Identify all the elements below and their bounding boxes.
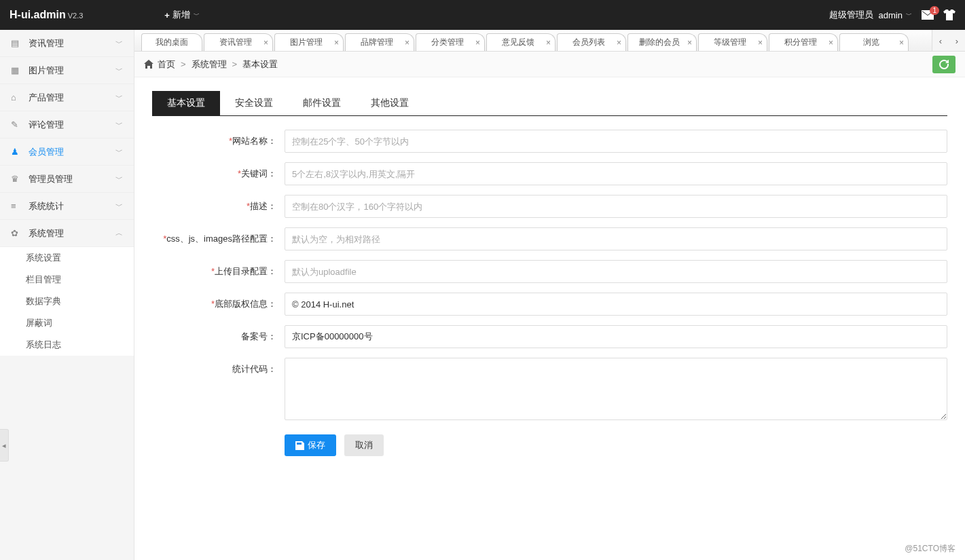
page-tab[interactable]: 我的桌面 — [141, 33, 202, 51]
input-path[interactable] — [285, 227, 947, 250]
tab-other-settings[interactable]: 其他设置 — [356, 91, 424, 115]
close-icon[interactable]: × — [334, 39, 339, 47]
chevron-down-icon: ﹀ — [115, 119, 123, 130]
close-icon[interactable]: × — [263, 39, 268, 47]
new-dropdown[interactable]: + 新增 ﹀ — [164, 9, 200, 21]
sidebar-subitem[interactable]: 系统设置 — [0, 247, 134, 269]
logo: H-ui.adminV2.3 — [10, 9, 83, 21]
sidebar-item-label: 产品管理 — [29, 92, 64, 104]
tab-label: 图片管理 — [290, 37, 323, 48]
page-tab[interactable]: 品牌管理× — [345, 33, 414, 51]
chevron-down-icon: ﹀ — [115, 92, 123, 102]
close-icon[interactable]: × — [546, 39, 551, 47]
label-description: *描述： — [152, 195, 285, 212]
page-tab[interactable]: 积分管理× — [769, 33, 838, 51]
page-tab[interactable]: 图片管理× — [274, 33, 344, 51]
sidebar-item-label: 评论管理 — [29, 119, 64, 131]
sidebar-item-image[interactable]: ▦图片管理﹀ — [0, 57, 134, 84]
stats-icon: ≡ — [11, 201, 22, 211]
chevron-down-icon: ﹀ — [194, 11, 200, 20]
sidebar-subitem[interactable]: 栏目管理 — [0, 269, 134, 291]
close-icon[interactable]: × — [617, 39, 621, 47]
input-icp[interactable] — [285, 325, 947, 348]
chevron-down-icon: ﹀ — [115, 65, 123, 75]
tab-security-settings[interactable]: 安全设置 — [220, 91, 288, 115]
input-description[interactable] — [285, 195, 947, 218]
tab-label: 会员列表 — [572, 37, 605, 48]
breadcrumb-l1[interactable]: 系统管理 — [192, 58, 227, 71]
sidebar-item-system[interactable]: ✿系统管理︿ — [0, 220, 134, 247]
sidebar-item-member[interactable]: ♟会员管理﹀ — [0, 138, 134, 166]
close-icon[interactable]: × — [829, 39, 833, 47]
close-icon[interactable]: × — [475, 39, 480, 47]
sidebar-item-label: 系统管理 — [29, 227, 64, 240]
image-icon: ▦ — [11, 65, 22, 75]
main-area: 我的桌面资讯管理×图片管理×品牌管理×分类管理×意见反馈×会员列表×删除的会员×… — [134, 30, 965, 560]
tab-label: 品牌管理 — [361, 37, 393, 48]
close-icon[interactable]: × — [405, 39, 409, 47]
home-icon — [144, 60, 153, 69]
sidebar-item-admin[interactable]: ♛管理员管理﹀ — [0, 166, 134, 193]
tab-label: 积分管理 — [784, 37, 817, 48]
tab-scroll-left[interactable]: ‹ — [932, 36, 949, 46]
sidebar-item-label: 管理员管理 — [29, 173, 73, 185]
skin-button[interactable] — [943, 10, 955, 20]
input-keywords[interactable] — [285, 162, 947, 185]
page-tab[interactable]: 浏览× — [839, 33, 909, 51]
sidebar-item-news[interactable]: ▤资讯管理﹀ — [0, 30, 134, 57]
tab-bar: 我的桌面资讯管理×图片管理×品牌管理×分类管理×意见反馈×会员列表×删除的会员×… — [134, 30, 965, 52]
admin-icon: ♛ — [11, 174, 22, 184]
sidebar-subitem[interactable]: 系统日志 — [0, 334, 134, 356]
chevron-up-icon: ︿ — [115, 228, 123, 238]
tab-label: 意见反馈 — [502, 37, 534, 48]
page-tab[interactable]: 等级管理× — [698, 33, 767, 51]
close-icon[interactable]: × — [687, 39, 692, 47]
page-tab[interactable]: 意见反馈× — [486, 33, 556, 51]
page-tab[interactable]: 会员列表× — [557, 33, 626, 51]
tab-label: 资讯管理 — [219, 37, 252, 48]
tab-basic-settings[interactable]: 基本设置 — [152, 91, 220, 115]
sidebar-item-label: 系统统计 — [29, 200, 64, 212]
page-tab[interactable]: 删除的会员× — [627, 33, 697, 51]
refresh-button[interactable] — [932, 56, 955, 73]
breadcrumb-l2: 基本设置 — [242, 58, 278, 71]
cancel-button[interactable]: 取消 — [344, 434, 384, 456]
sidebar-item-stats[interactable]: ≡系统统计﹀ — [0, 193, 134, 220]
sidebar-item-product[interactable]: ⌂产品管理﹀ — [0, 84, 134, 111]
label-upload: *上传目录配置： — [152, 260, 285, 278]
tab-label: 我的桌面 — [156, 37, 188, 48]
sidebar-subitem[interactable]: 屏蔽词 — [0, 312, 134, 334]
tab-scroll-right[interactable]: › — [949, 36, 965, 46]
comment-icon: ✎ — [11, 119, 22, 130]
input-upload[interactable] — [285, 260, 947, 283]
input-site-name[interactable] — [285, 130, 947, 153]
sidebar-subitem[interactable]: 数据字典 — [0, 291, 134, 312]
close-icon[interactable]: × — [899, 39, 904, 47]
save-button[interactable]: 保存 — [285, 434, 336, 456]
tab-mail-settings[interactable]: 邮件设置 — [288, 91, 356, 115]
member-icon: ♟ — [11, 147, 22, 157]
chevron-down-icon: ﹀ — [115, 174, 123, 184]
chevron-down-icon: ﹀ — [906, 11, 912, 20]
mail-button[interactable]: 1 — [922, 10, 934, 20]
close-icon[interactable]: × — [758, 39, 763, 47]
label-stats-code: 统计代码： — [152, 358, 285, 375]
textarea-stats-code[interactable] — [285, 358, 947, 420]
news-icon: ▤ — [11, 38, 22, 48]
input-copyright[interactable] — [285, 293, 947, 316]
user-dropdown[interactable]: 超级管理员 admin ﹀ — [829, 9, 912, 21]
refresh-icon — [939, 60, 949, 69]
sidebar-item-comment[interactable]: ✎评论管理﹀ — [0, 111, 134, 138]
content: 基本设置 安全设置 邮件设置 其他设置 *网站名称： *关键词： *描述： *c… — [134, 77, 965, 560]
breadcrumb-home[interactable]: 首页 — [158, 58, 175, 71]
sidebar: ▤资讯管理﹀▦图片管理﹀⌂产品管理﹀✎评论管理﹀♟会员管理﹀♛管理员管理﹀≡系统… — [0, 30, 134, 560]
tab-label: 分类管理 — [431, 37, 464, 48]
sidebar-collapse-handle[interactable]: ◂ — [0, 429, 9, 462]
system-icon: ✿ — [11, 228, 22, 238]
tab-label: 删除的会员 — [639, 37, 680, 48]
top-header: H-ui.adminV2.3 + 新增 ﹀ 超级管理员 admin ﹀ 1 — [0, 0, 965, 30]
label-keywords: *关键词： — [152, 162, 285, 180]
page-tab[interactable]: 资讯管理× — [204, 33, 273, 51]
inner-tabs: 基本设置 安全设置 邮件设置 其他设置 — [152, 91, 947, 116]
page-tab[interactable]: 分类管理× — [416, 33, 485, 51]
